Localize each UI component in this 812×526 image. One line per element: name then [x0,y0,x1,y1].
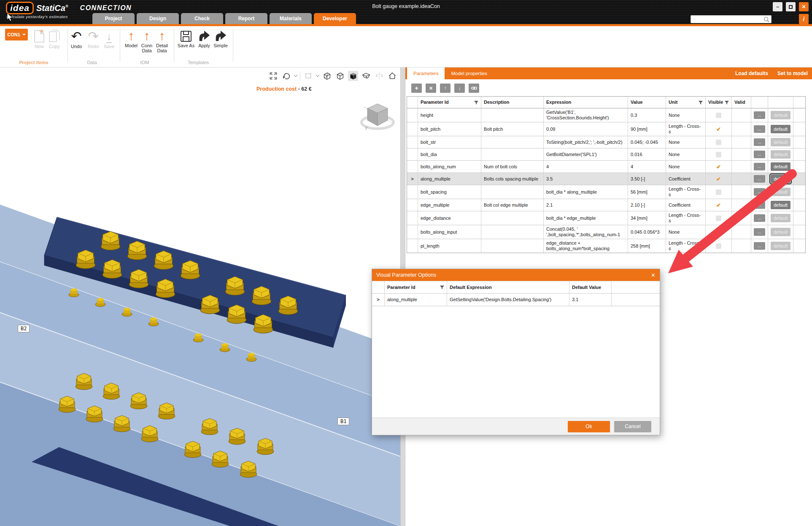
dlg-col-default-expression[interactable]: Default Expression [447,281,569,293]
row-expander-icon[interactable] [407,225,418,239]
delete-parameter-button[interactable]: × [426,84,436,93]
cancel-button[interactable]: Cancel [614,421,651,432]
detail-data-button[interactable]: ↑ Detail Data [153,27,171,53]
default-button[interactable]: default [771,125,790,133]
tab-report[interactable]: Report [225,13,267,24]
navigation-cube[interactable]: y [359,98,397,136]
cell-visible[interactable]: ✔ [706,161,732,173]
cell-visible[interactable]: ✔ [706,173,732,185]
dlg-col-parameter-id[interactable]: Parameter Id [385,281,447,293]
minimize-button[interactable]: – [773,2,782,11]
hidden-line-view-icon[interactable] [335,71,345,81]
save-button[interactable]: ↓ Save [104,28,114,49]
table-row[interactable]: pl_lengthedge_distance + bolts_along_num… [407,239,805,253]
section-crop-icon[interactable] [303,71,313,81]
table-row[interactable]: bolt_pitchBolt pitch0.0990 [mm]Length - … [407,122,805,136]
edit-options-button[interactable]: ... [754,242,765,250]
table-row[interactable]: bolts_along_inputConcat(0.045, ' ',bolt_… [407,225,805,239]
move-down-button[interactable]: ↓ [454,84,465,93]
load-defaults-button[interactable]: Load defaults [735,70,768,76]
move-up-button[interactable]: ↑ [440,84,451,93]
tab-design[interactable]: Design [137,13,179,24]
row-expander-icon[interactable] [407,199,418,211]
row-expander-icon[interactable] [407,136,418,148]
col-valid[interactable]: Valid [732,97,751,108]
chevron-down-icon[interactable] [294,73,297,77]
col-parameter-id[interactable]: Parameter Id [418,97,481,108]
row-expander-icon[interactable] [407,239,418,253]
cell-visible[interactable] [706,185,732,199]
new-button[interactable]: New [33,28,46,49]
default-button[interactable]: default [771,162,790,171]
default-button[interactable]: default [771,201,790,209]
col-description[interactable]: Description [481,97,544,108]
table-row[interactable]: bolts_along_numNum of bolt cols44None✔..… [407,161,805,173]
solid-view-icon[interactable] [348,71,358,81]
filter-icon[interactable] [474,100,478,105]
tab-model-properties[interactable]: Model properties [445,67,494,79]
tab-project[interactable]: Project [92,13,135,24]
table-row[interactable]: >along_multipleBolts cols spacing multip… [407,173,805,185]
chevron-down-icon[interactable] [316,73,319,77]
wireframe-view-icon[interactable] [322,71,332,81]
row-expander-icon[interactable] [407,211,418,225]
tab-materials[interactable]: Materials [270,13,312,24]
dlg-col-default-value[interactable]: Default Value [569,281,612,293]
transparent-view-icon[interactable] [361,71,371,81]
edit-options-button[interactable]: ... [754,175,765,183]
redo-button[interactable]: ↷ Redo [88,28,99,49]
table-row[interactable]: bolt_spacingbolt_dia * along_multiple56 … [407,185,805,199]
row-expander-icon[interactable]: > [372,294,385,306]
con1-dropdown[interactable]: CON1 [5,29,28,40]
set-to-model-button[interactable]: Set to model [777,70,808,76]
default-button[interactable]: default [771,228,790,236]
cell-visible[interactable]: ✔ [706,199,732,211]
col-unit[interactable]: Unit [666,97,706,108]
ok-button[interactable]: Ok [568,421,610,432]
row-expander-icon[interactable] [407,122,418,136]
row-expander-icon[interactable] [407,185,418,199]
filter-icon[interactable] [440,285,444,289]
cell-visible[interactable]: ✔ [706,122,732,136]
dialog-data-row[interactable]: > along_multiple GetSettingValue('Design… [372,294,660,306]
apply-button[interactable]: Apply [196,27,213,48]
edit-options-button[interactable]: ... [754,163,765,170]
cell-visible[interactable] [706,239,732,253]
maximize-button[interactable] [786,2,796,11]
filter-icon[interactable] [725,100,729,105]
undo-button[interactable]: ↶ Undo [71,28,82,49]
table-row[interactable]: heightGetValue('B1', 'CrossSection.Bound… [407,108,805,122]
filter-icon[interactable] [699,100,703,105]
default-button[interactable]: default [771,188,790,196]
row-expander-icon[interactable]: > [407,173,418,185]
tab-developer[interactable]: Developer [314,13,356,24]
col-visible[interactable]: Visible [706,97,732,108]
default-button[interactable]: default [771,150,790,159]
default-button[interactable]: default [771,175,790,183]
default-button[interactable]: default [771,242,790,250]
row-expander-icon[interactable] [407,161,418,173]
copy-button[interactable]: Copy [48,28,61,49]
info-button[interactable]: i [799,14,809,24]
tab-parameters[interactable]: Parameters [407,67,445,79]
rotate-view-icon[interactable] [281,71,291,81]
edit-options-button[interactable]: ... [754,111,765,119]
edit-options-button[interactable]: ... [754,151,765,158]
col-expression[interactable]: Expression [544,97,628,108]
table-row[interactable]: bolt_strToString(bolt_pitch/2,'; ',-bolt… [407,136,805,148]
cell-visible[interactable] [706,148,732,160]
model-viewport[interactable]: Production cost - 62 € y B2 B1 [0,67,400,526]
search-box[interactable] [691,15,772,23]
home-view-icon[interactable] [387,71,397,81]
add-parameter-button[interactable]: + [411,84,422,93]
close-button[interactable]: ✕ [799,2,809,11]
edit-options-button[interactable]: ... [754,125,765,133]
cell-visible[interactable] [706,136,732,148]
table-row[interactable]: edge_multipleBolt col edge multiple2.12.… [407,199,805,211]
search-input[interactable] [691,17,763,22]
edit-options-button[interactable]: ... [754,201,765,209]
default-button[interactable]: default [771,214,790,222]
col-value[interactable]: Value [628,97,666,108]
default-button[interactable]: default [771,138,790,146]
cell-visible[interactable] [706,225,732,239]
